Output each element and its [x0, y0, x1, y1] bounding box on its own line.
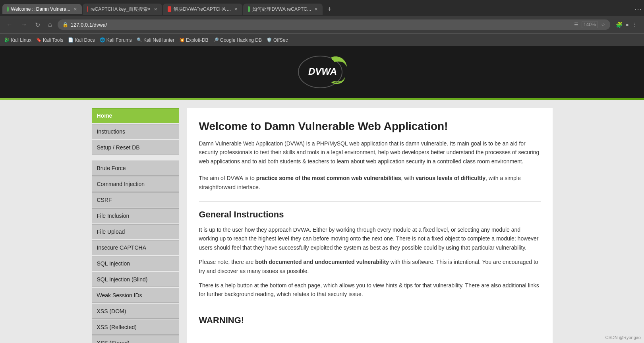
warning-title: WARNING!: [199, 307, 541, 326]
sidebar: Home Instructions Setup / Reset DB Brute…: [92, 108, 179, 343]
aim-bold1: practice some of the most common web vul…: [256, 175, 401, 181]
page-wrapper: DVWA Home Instructions Setup / Reset DB …: [0, 46, 644, 343]
tab2-favicon: [87, 6, 88, 12]
bookmarks-bar: 🐉 Kali Linux 🔖 Kali Tools 📄 Kali Docs 🌐 …: [0, 33, 644, 46]
sidebar-item-xss-stored[interactable]: XSS (Stored): [92, 335, 179, 343]
tab1-favicon: [7, 6, 9, 12]
tab1-close[interactable]: ✕: [73, 7, 77, 12]
gi-paragraph-1: It is up to the user how they approach D…: [199, 225, 541, 252]
tab-4[interactable]: 如何处理DVWA reCAPTC... ✕: [243, 4, 323, 15]
general-instructions-title: General Instructions: [199, 201, 541, 220]
dvwa-logo: DVWA: [296, 54, 348, 90]
forward-button[interactable]: →: [18, 20, 29, 29]
aim-paragraph: The aim of DVWA is to practice some of t…: [199, 174, 541, 192]
bookmark-kali-forums[interactable]: 🌐 Kali Forums: [100, 37, 132, 43]
bookmark-kali-forums-label: Kali Forums: [106, 37, 132, 43]
gi-paragraph-2: Please note, there are both documented a…: [199, 258, 541, 275]
kali-forums-icon: 🌐: [100, 37, 105, 43]
gi-paragraph-3: There is a help button at the bottom of …: [199, 281, 541, 299]
kali-nethunter-icon: 🔍: [137, 37, 142, 43]
sidebar-item-xss-reflected[interactable]: XSS (Reflected): [92, 320, 179, 335]
security-icon: 🔒: [62, 22, 68, 27]
gi-para2-bold: both documented and undocumented vulnera…: [255, 259, 389, 265]
browser-window-controls: ⋯: [634, 5, 642, 14]
sidebar-item-brute-force[interactable]: Brute Force: [92, 161, 179, 176]
tab4-label: 如何处理DVWA reCAPTC...: [252, 6, 311, 13]
new-tab-button[interactable]: +: [325, 5, 334, 14]
sidebar-item-setup[interactable]: Setup / Reset DB: [92, 140, 179, 155]
dvwa-header: DVWA: [0, 46, 644, 98]
sidebar-item-weak-session[interactable]: Weak Session IDs: [92, 288, 179, 303]
csdn-badge: CSDN @Ryongao: [605, 335, 641, 340]
sidebar-gap: [92, 156, 179, 161]
bookmark-exploit-db-label: Exploit-DB: [186, 37, 209, 43]
tab-bar: Welcome :: Damn Vulnera... ✕ reCAPTCHA k…: [0, 0, 644, 16]
exploit-db-icon: 💥: [179, 37, 185, 43]
profile-icon[interactable]: ●: [626, 21, 629, 28]
reload-button[interactable]: ↻: [33, 20, 43, 29]
tab3-favicon: [168, 6, 171, 12]
tab-2[interactable]: reCAPTCHA key_百度搜索× ✕: [83, 4, 162, 15]
bookmark-kali-docs-label: Kali Docs: [75, 37, 95, 43]
kali-tools-icon: 🔖: [36, 37, 42, 43]
menu-icon[interactable]: ⋮: [632, 21, 638, 28]
tab2-close[interactable]: ✕: [154, 7, 157, 12]
bookmark-exploit-db[interactable]: 💥 Exploit-DB: [179, 37, 209, 43]
address-bar: ← → ↻ ⌂ 🔒 127.0.0.1/dvwa/ ☰ 140% ☆ 🧩 ● ⋮: [0, 16, 644, 33]
sidebar-item-csrf[interactable]: CSRF: [92, 192, 179, 207]
bookmark-nethunter-label: Kali NetHunter: [143, 37, 174, 43]
sidebar-item-file-upload[interactable]: File Upload: [92, 224, 179, 239]
sidebar-item-xss-dom[interactable]: XSS (DOM): [92, 304, 179, 319]
tab2-label: reCAPTCHA key_百度搜索×: [91, 6, 151, 13]
bookmark-kali-tools-label: Kali Tools: [43, 37, 63, 43]
browser-extra-buttons: 🧩 ● ⋮: [613, 21, 640, 28]
sidebar-item-command-injection[interactable]: Command Injection: [92, 176, 179, 192]
tab4-close[interactable]: ✕: [314, 7, 318, 12]
content-wrapper: Home Instructions Setup / Reset DB Brute…: [84, 100, 561, 343]
url-text: 127.0.0.1/dvwa/: [71, 22, 572, 28]
bookmark-google-hacking[interactable]: 🔎 Google Hacking DB: [213, 37, 262, 43]
bookmark-google-hacking-label: Google Hacking DB: [220, 37, 262, 43]
sidebar-item-file-inclusion[interactable]: File Inclusion: [92, 208, 179, 223]
bookmark-offsec[interactable]: 🛡️ OffSec: [267, 37, 288, 43]
bookmark-kali-linux[interactable]: 🐉 Kali Linux: [4, 37, 31, 43]
intro-paragraph: Damn Vulnerable Web Application (DVWA) i…: [199, 139, 541, 166]
sidebar-item-insecure-captcha[interactable]: Insecure CAPTCHA: [92, 240, 179, 255]
zoom-level: 140%: [582, 21, 598, 28]
tab-3[interactable]: 解决DVWA"reCAPTCHA ... ✕: [163, 4, 242, 15]
bookmark-kali-docs[interactable]: 📄 Kali Docs: [68, 37, 95, 43]
tab3-label: 解决DVWA"reCAPTCHA ...: [174, 6, 231, 13]
url-extras: ☰ 140% ☆: [574, 21, 605, 28]
sidebar-item-sql-injection[interactable]: SQL Injection: [92, 256, 179, 271]
tab-1[interactable]: Welcome :: Damn Vulnera... ✕: [2, 4, 82, 14]
back-button[interactable]: ←: [4, 20, 15, 29]
reader-view-icon: ☰: [574, 22, 578, 27]
tab4-favicon: [248, 6, 250, 12]
tab3-close[interactable]: ✕: [234, 7, 238, 12]
gi-para2-prefix: Please note, there are: [199, 259, 255, 265]
extensions-icon[interactable]: 🧩: [616, 21, 623, 28]
aim-bold2: various levels of difficultly: [416, 175, 485, 181]
minimize-icon[interactable]: ⋯: [634, 5, 642, 14]
offsec-icon: 🛡️: [267, 37, 272, 43]
svg-text:DVWA: DVWA: [308, 66, 337, 77]
bookmark-offsec-label: OffSec: [273, 37, 288, 43]
sidebar-item-sql-injection-blind[interactable]: SQL Injection (Blind): [92, 272, 179, 287]
kali-linux-icon: 🐉: [4, 37, 10, 43]
url-input-box[interactable]: 🔒 127.0.0.1/dvwa/ ☰ 140% ☆: [58, 19, 610, 30]
dvwa-logo-svg: DVWA: [296, 54, 348, 88]
tab1-label: Welcome :: Damn Vulnera...: [11, 6, 70, 12]
browser-chrome: Welcome :: Damn Vulnera... ✕ reCAPTCHA k…: [0, 0, 644, 46]
bookmark-kali-nethunter[interactable]: 🔍 Kali NetHunter: [137, 37, 174, 43]
kali-docs-icon: 📄: [68, 37, 73, 43]
bookmark-kali-tools[interactable]: 🔖 Kali Tools: [36, 37, 63, 43]
bookmark-kali-linux-label: Kali Linux: [11, 37, 31, 43]
aim-prefix: The aim of DVWA is to: [199, 175, 256, 181]
sidebar-item-home[interactable]: Home: [92, 108, 179, 123]
main-content: Welcome to Damn Vulnerable Web Applicati…: [187, 108, 553, 343]
sidebar-item-instructions[interactable]: Instructions: [92, 124, 179, 139]
bookmark-star-icon[interactable]: ☆: [601, 22, 605, 27]
home-button[interactable]: ⌂: [46, 20, 54, 29]
aim-middle: , with: [401, 175, 416, 181]
page-title: Welcome to Damn Vulnerable Web Applicati…: [199, 120, 541, 133]
